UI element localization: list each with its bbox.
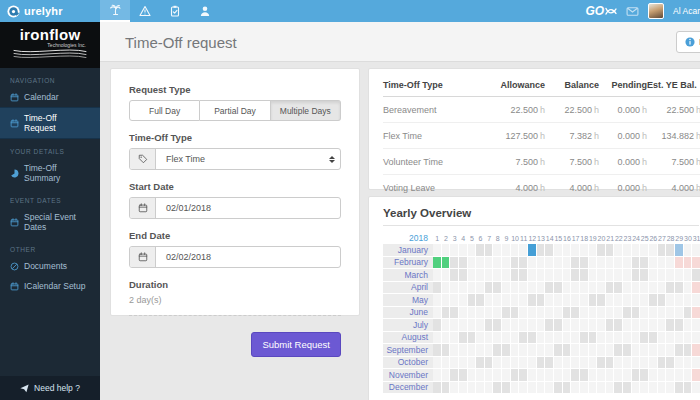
day-cell[interactable] [658,357,667,370]
day-cell[interactable] [597,269,606,282]
day-cell[interactable] [468,257,477,270]
day-cell[interactable] [442,319,451,332]
day-cell[interactable] [675,357,684,370]
day-cell[interactable] [580,319,589,332]
day-cell[interactable] [476,294,485,307]
sidebar-item-time-off-request[interactable]: Time-Off Request [0,107,100,139]
day-cell[interactable] [658,307,667,320]
day-cell[interactable] [493,269,502,282]
day-cell[interactable] [537,319,546,332]
top-tab-warnings[interactable] [130,0,160,22]
day-cell[interactable] [692,369,700,382]
day-cell[interactable] [468,244,477,257]
day-cell[interactable] [614,307,623,320]
day-cell[interactable] [589,382,598,395]
day-cell[interactable] [632,382,641,395]
day-cell[interactable] [563,382,572,395]
day-cell[interactable] [580,307,589,320]
day-cell[interactable] [537,307,546,320]
day-cell[interactable] [528,244,537,257]
day-cell[interactable] [632,344,641,357]
day-cell[interactable] [684,257,693,270]
day-cell[interactable] [563,357,572,370]
day-cell[interactable] [537,294,546,307]
day-cell[interactable] [528,282,537,295]
day-cell[interactable] [614,332,623,345]
day-cell[interactable] [563,257,572,270]
day-cell[interactable] [433,357,442,370]
day-cell[interactable] [675,294,684,307]
day-cell[interactable] [554,369,563,382]
request-type-partial-day[interactable]: Partial Day [200,100,270,121]
day-cell[interactable] [545,257,554,270]
top-tab-staff[interactable] [190,0,220,22]
day-cell[interactable] [640,307,649,320]
day-cell[interactable] [658,257,667,270]
day-cell[interactable] [493,369,502,382]
day-cell[interactable] [519,382,528,395]
day-cell[interactable] [623,294,632,307]
day-cell[interactable] [640,382,649,395]
day-cell[interactable] [563,244,572,257]
day-cell[interactable] [675,332,684,345]
day-cell[interactable] [459,382,468,395]
day-cell[interactable] [502,319,511,332]
day-cell[interactable] [692,244,700,257]
day-cell[interactable] [684,307,693,320]
day-cell[interactable] [468,282,477,295]
day-cell[interactable] [545,357,554,370]
day-cell[interactable] [476,344,485,357]
day-cell[interactable] [692,332,700,345]
day-cell[interactable] [571,294,580,307]
day-cell[interactable] [692,307,700,320]
day-cell[interactable] [675,244,684,257]
day-cell[interactable] [614,244,623,257]
day-cell[interactable] [589,269,598,282]
day-cell[interactable] [623,307,632,320]
sidebar-item-time-off-summary[interactable]: Time-Off Summary [0,158,100,188]
day-cell[interactable] [606,357,615,370]
day-cell[interactable] [606,307,615,320]
day-cell[interactable] [485,319,494,332]
day-cell[interactable] [675,282,684,295]
day-cell[interactable] [537,244,546,257]
day-cell[interactable] [537,357,546,370]
day-cell[interactable] [658,382,667,395]
day-cell[interactable] [519,244,528,257]
day-cell[interactable] [692,382,700,395]
day-cell[interactable] [649,319,658,332]
day-cell[interactable] [450,282,459,295]
day-cell[interactable] [606,257,615,270]
day-cell[interactable] [580,344,589,357]
day-cell[interactable] [459,369,468,382]
day-cell[interactable] [459,282,468,295]
day-cell[interactable] [476,369,485,382]
day-cell[interactable] [442,294,451,307]
go-logo[interactable]: GO [585,4,617,18]
day-cell[interactable] [545,294,554,307]
sidebar-item-documents[interactable]: Documents [0,256,100,276]
day-cell[interactable] [684,382,693,395]
day-cell[interactable] [519,344,528,357]
day-cell[interactable] [589,307,598,320]
day-cell[interactable] [563,269,572,282]
day-cell[interactable] [666,382,675,395]
day-cell[interactable] [571,307,580,320]
day-cell[interactable] [468,294,477,307]
day-cell[interactable] [511,344,520,357]
day-cell[interactable] [658,244,667,257]
day-cell[interactable] [511,282,520,295]
day-cell[interactable] [545,332,554,345]
day-cell[interactable] [502,294,511,307]
day-cell[interactable] [442,382,451,395]
day-cell[interactable] [537,382,546,395]
day-cell[interactable] [442,257,451,270]
day-cell[interactable] [614,294,623,307]
day-cell[interactable] [632,282,641,295]
day-cell[interactable] [649,369,658,382]
day-cell[interactable] [459,319,468,332]
day-cell[interactable] [580,244,589,257]
day-cell[interactable] [623,319,632,332]
day-cell[interactable] [485,257,494,270]
day-cell[interactable] [632,319,641,332]
